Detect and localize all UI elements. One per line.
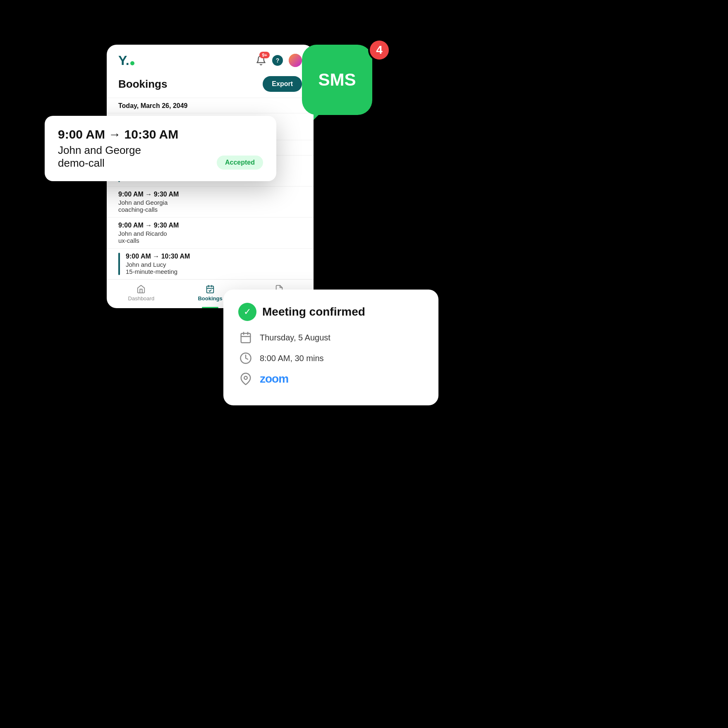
bookings-header: Bookings Export <box>107 72 314 98</box>
sms-count-badge: 4 <box>368 39 390 61</box>
page-title: Bookings <box>118 78 167 91</box>
booking-time: 9:00 AM → 9:30 AM <box>118 222 302 229</box>
notification-badge: 9+ <box>259 52 270 58</box>
booking-time: 9:00 AM → 9:30 AM <box>118 191 302 198</box>
booking-name: John and Georgiacoaching-calls <box>118 199 302 213</box>
meeting-time-text: 8:00 AM, 30 mins <box>260 354 324 363</box>
expanded-booking-info: 9:00 AM → 10:30 AM John and Georgedemo-c… <box>58 127 178 170</box>
check-circle-icon: ✓ <box>238 303 256 321</box>
nav-bookings-label: Bookings <box>198 295 222 302</box>
svg-rect-0 <box>207 286 214 293</box>
booking-name: John and Ricardoux-calls <box>118 230 302 244</box>
booking-time: 9:00 AM → 10:30 AM <box>126 253 302 260</box>
help-icon[interactable]: ? <box>272 55 283 66</box>
nav-dashboard-label: Dashboard <box>128 295 155 302</box>
today-date-header: Today, March 26, 2049 <box>107 98 314 113</box>
meeting-title: Meeting confirmed <box>262 305 365 318</box>
logo: Y. <box>118 54 134 67</box>
booking-name: John and Lucy15-minute-meeting <box>126 261 302 275</box>
booking-content: 9:00 AM → 10:30 AM John and Lucy15-minut… <box>126 253 302 275</box>
meeting-location-detail: zoom <box>238 371 424 386</box>
home-icon <box>136 285 146 294</box>
sms-icon: SMS <box>302 45 372 115</box>
checkmark-icon: ✓ <box>244 307 251 317</box>
logo-dot <box>130 61 134 65</box>
ricardo-booking-item: 9:00 AM → 9:30 AM John and Ricardoux-cal… <box>107 217 314 248</box>
avatar[interactable] <box>289 54 302 67</box>
booking-content: 9:00 AM → 9:30 AM John and Ricardoux-cal… <box>118 222 302 244</box>
meeting-title-row: ✓ Meeting confirmed <box>238 303 424 321</box>
nav-active-indicator <box>202 307 218 308</box>
logo-text: Y. <box>118 54 129 67</box>
notification-wrapper[interactable]: 9+ <box>256 55 266 66</box>
lucy-booking-item: 9:00 AM → 10:30 AM John and Lucy15-minut… <box>107 248 314 279</box>
booking-content: 9:00 AM → 9:30 AM John and Georgiacoachi… <box>118 191 302 213</box>
svg-rect-4 <box>241 333 251 343</box>
sms-tail <box>314 112 322 120</box>
nav-item-dashboard[interactable]: Dashboard <box>107 285 176 308</box>
expanded-booking-card: 9:00 AM → 10:30 AM John and Georgedemo-c… <box>45 116 276 181</box>
status-badge: Accepted <box>217 156 263 170</box>
meeting-time-detail: 8:00 AM, 30 mins <box>238 351 424 366</box>
meeting-confirmed-card: ✓ Meeting confirmed Thursday, 5 August 8… <box>223 290 438 405</box>
location-icon <box>238 371 253 386</box>
svg-point-9 <box>244 376 247 380</box>
sms-notification[interactable]: SMS 4 <box>302 45 385 127</box>
calendar-icon <box>238 330 253 345</box>
calendar-check-icon <box>206 285 215 294</box>
zoom-logo: zoom <box>260 372 288 386</box>
booking-accent-bar <box>118 253 120 275</box>
georgia-booking-item: 9:00 AM → 9:30 AM John and Georgiacoachi… <box>107 186 314 217</box>
meeting-date-detail: Thursday, 5 August <box>238 330 424 345</box>
avatar-image <box>289 54 302 67</box>
export-button[interactable]: Export <box>263 76 302 92</box>
expanded-booking-name: John and Georgedemo-call <box>58 144 178 170</box>
clock-icon <box>238 351 253 366</box>
expanded-booking-time: 9:00 AM → 10:30 AM <box>58 127 178 141</box>
meeting-date-text: Thursday, 5 August <box>260 333 330 342</box>
sms-label: SMS <box>318 70 356 90</box>
app-header: Y. 9+ ? <box>107 45 314 72</box>
header-icons: 9+ ? <box>256 54 302 67</box>
expanded-booking-content: 9:00 AM → 10:30 AM John and Georgedemo-c… <box>58 127 263 170</box>
